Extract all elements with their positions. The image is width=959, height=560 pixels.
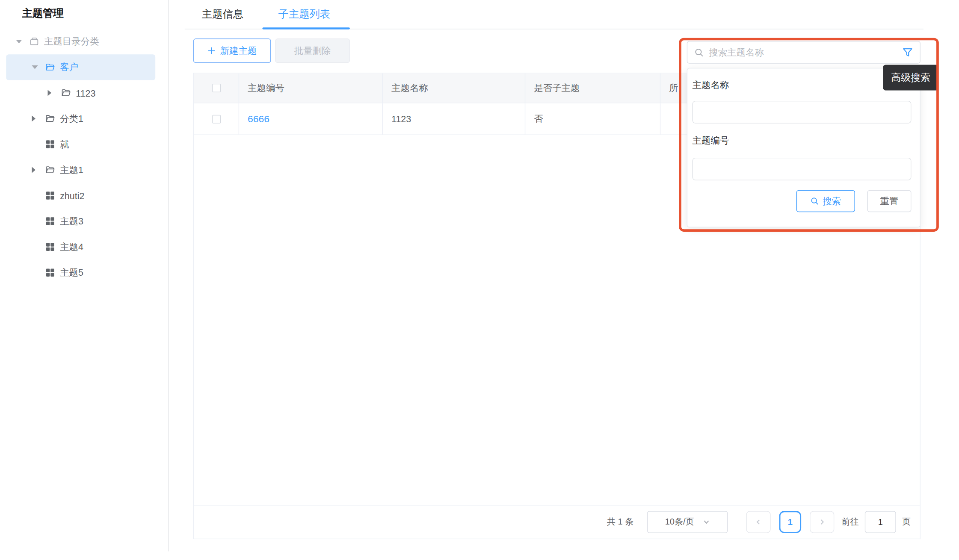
chevron-right-icon: [818, 519, 826, 526]
column-header-topic-id: 主题编号: [239, 74, 383, 103]
topic-id-link[interactable]: 6666: [248, 113, 269, 124]
select-all-checkbox[interactable]: [212, 84, 220, 92]
topic-id-input[interactable]: [693, 158, 912, 180]
topic-name-input[interactable]: [693, 101, 912, 124]
tree-item-label: 主题目录分类: [44, 36, 99, 47]
tree-item-jiu[interactable]: 就: [0, 131, 168, 157]
tree-item-topic3[interactable]: 主题3: [0, 209, 168, 234]
row-checkbox[interactable]: [212, 115, 220, 123]
tree-item-zhuti2[interactable]: zhuti2: [0, 183, 168, 209]
tree-item-label: 主题4: [60, 241, 83, 253]
tree-item-label: 分类1: [60, 113, 83, 124]
page-number-button[interactable]: 1: [779, 511, 801, 533]
column-header-topic-name: 主题名称: [383, 74, 525, 103]
topic-name-label: 主题名称: [693, 80, 729, 91]
tree-item-topic-catalog[interactable]: 主题目录分类: [0, 29, 168, 54]
chevron-down-icon[interactable]: [32, 63, 40, 71]
folder-open-icon: [45, 62, 55, 72]
batch-delete-button[interactable]: 批量删除: [275, 38, 349, 63]
search-icon: [811, 197, 819, 205]
search-input[interactable]: [704, 47, 902, 57]
tree-item-topic4[interactable]: 主题4: [0, 234, 168, 260]
topic-id-label: 主题编号: [693, 135, 729, 147]
tree-item-label: 1123: [76, 88, 95, 98]
page-size-select[interactable]: 10条/页: [647, 511, 728, 533]
tree-item-topic5[interactable]: 主题5: [0, 260, 168, 286]
tree-item-label: 主题5: [60, 267, 83, 278]
tree-item-label: 客户: [60, 62, 78, 73]
grid-icon: [45, 268, 55, 277]
filter-icon[interactable]: [902, 47, 913, 58]
tree-item-1123[interactable]: 1123: [0, 80, 168, 106]
tab-topic-info[interactable]: 主题信息: [202, 7, 243, 21]
topic-search-box: [687, 41, 921, 64]
app-window: 主题管理 主题目录分类 客户: [0, 0, 959, 560]
page-size-value: 10条/页: [665, 516, 694, 528]
chevron-left-icon: [755, 519, 762, 526]
page-suffix-label: 页: [902, 516, 911, 528]
pagination: 共 1 条 10条/页 1: [607, 511, 911, 533]
tree-item-category1[interactable]: 分类1: [0, 106, 168, 131]
table-footer: 共 1 条 10条/页 1: [194, 505, 920, 539]
search-icon: [694, 47, 704, 57]
grid-icon: [45, 191, 55, 200]
tree-item-label: 主题1: [60, 164, 83, 176]
category-icon: [30, 37, 39, 47]
header-checkbox-cell: [194, 74, 239, 103]
sidebar: 主题管理 主题目录分类 客户: [0, 0, 168, 560]
is-subtopic-cell: 否: [525, 103, 660, 135]
goto-label: 前往: [841, 516, 858, 528]
advanced-search-tooltip: 高级搜索: [883, 65, 938, 91]
tree-item-label: 就: [60, 139, 69, 150]
folder-open-icon: [61, 88, 71, 98]
pagination-total: 共 1 条: [607, 516, 633, 528]
chevron-right-icon[interactable]: [32, 165, 40, 174]
chevron-right-icon[interactable]: [32, 114, 40, 123]
reset-button[interactable]: 重置: [867, 190, 912, 212]
prev-page-button[interactable]: [746, 511, 770, 533]
goto-page-input[interactable]: [865, 511, 896, 533]
chevron-down-icon[interactable]: [16, 37, 24, 46]
search-button-label: 搜索: [823, 195, 841, 207]
chevron-down-icon: [703, 519, 710, 526]
folder-open-icon: [45, 165, 55, 175]
topic-name-cell: 1123: [383, 103, 525, 135]
new-topic-button[interactable]: 新建主题: [193, 38, 271, 63]
column-header-is-subtopic: 是否子主题: [525, 74, 660, 103]
new-topic-label: 新建主题: [220, 45, 257, 56]
search-button[interactable]: 搜索: [796, 190, 855, 212]
row-checkbox-cell: [194, 103, 239, 135]
folder-open-icon: [45, 114, 55, 124]
tree-item-label: 主题3: [60, 215, 83, 227]
grid-icon: [45, 139, 55, 149]
plus-icon: [207, 47, 216, 55]
next-page-button[interactable]: [810, 511, 834, 533]
tab-subtopic-list[interactable]: 子主题列表: [278, 7, 331, 21]
grid-icon: [45, 242, 55, 252]
sidebar-title: 主题管理: [22, 6, 63, 20]
grid-icon: [45, 216, 55, 226]
tree-item-topic1[interactable]: 主题1: [0, 157, 168, 183]
advanced-search-panel: 主题名称 主题编号 搜索 重置: [687, 68, 921, 227]
tree-item-customer[interactable]: 客户: [6, 54, 155, 80]
chevron-right-icon[interactable]: [48, 88, 56, 97]
tree-item-label: zhuti2: [60, 190, 84, 200]
active-tab-underline: [262, 27, 349, 29]
sidebar-divider: [168, 0, 169, 551]
